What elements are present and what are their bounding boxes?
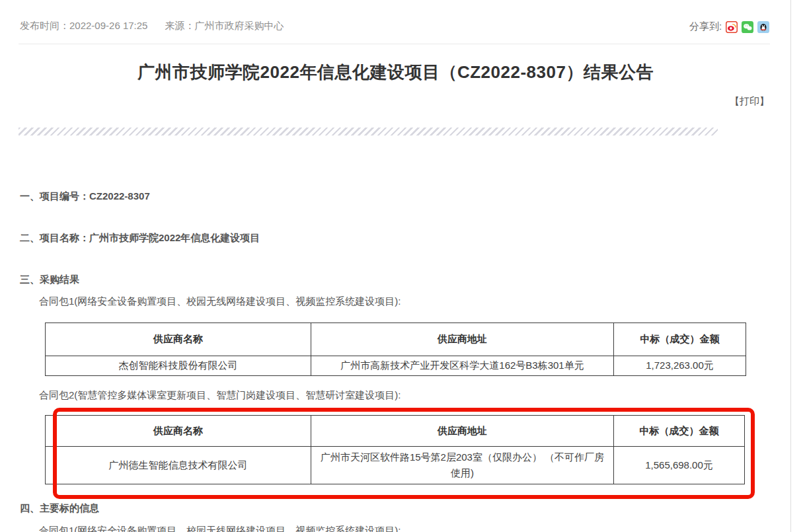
table-header-row: 供应商名称 供应商地址 中标（成交）金额 (46, 323, 746, 356)
header-award-amount: 中标（成交）金额 (614, 323, 746, 356)
section-main-subject-info: 四、主要标的信息 (20, 502, 99, 515)
qq-share-icon[interactable] (757, 21, 769, 33)
print-button[interactable]: 【打印】 (730, 95, 769, 108)
meta-divider (19, 44, 770, 44)
share-label: 分享到: (689, 20, 722, 33)
package2-table: 供应商名称 供应商地址 中标（成交）金额 广州德生智能信息技术有限公司 广州市天… (45, 415, 745, 484)
share-bar: 分享到: (689, 20, 769, 33)
cell-supplier-name: 杰创智能科技股份有限公司 (46, 356, 311, 376)
section-project-number: 一、项目编号：CZ2022-8307 (20, 190, 150, 203)
package2-label: 合同包2(智慧管控多媒体课室更新项目、智慧门岗建设项目、智慧研讨室建设项目): (39, 389, 401, 402)
hatched-divider (19, 128, 718, 135)
cell-award-amount: 1,723,263.00元 (614, 356, 746, 376)
source-label: 来源： (165, 20, 194, 31)
clipped-text-line: 合同包1(网络安全设备购置项目、校园无线网络建设项目、视频监控系统建设项目): (39, 525, 401, 532)
header-supplier-address: 供应商地址 (311, 323, 614, 356)
table-header-row: 供应商名称 供应商地址 中标（成交）金额 (46, 416, 745, 447)
cell-award-amount: 1,565,698.00元 (614, 447, 745, 484)
header-supplier-name: 供应商名称 (46, 323, 311, 356)
wechat-share-icon[interactable] (742, 21, 753, 33)
cell-supplier-address: 广州市高新技术产业开发区科学大道162号B3栋301单元 (311, 356, 614, 376)
package1-label: 合同包1(网络安全设备购置项目、校园无线网络建设项目、视频监控系统建设项目): (39, 295, 401, 308)
header-supplier-address: 供应商地址 (311, 416, 614, 447)
header-supplier-name: 供应商名称 (46, 416, 311, 447)
weibo-share-icon[interactable] (726, 21, 738, 33)
announcement-page: 发布时间：2022-09-26 17:25来源：广州市政府采购中心 分享到: (0, 0, 805, 532)
page-title: 广州市技师学院2022年信息化建设项目（CZ2022-8307）结果公告 (0, 61, 791, 84)
publish-time-value: 2022-09-26 17:25 (69, 20, 147, 31)
section-procurement-result: 三、采购结果 (20, 274, 79, 286)
source-value: 广州市政府采购中心 (194, 20, 284, 31)
table-row: 杰创智能科技股份有限公司 广州市高新技术产业开发区科学大道162号B3栋301单… (46, 356, 746, 376)
cell-supplier-address: 广州市天河区软件路15号第2层203室（仅限办公） （不可作厂房使用) (311, 447, 614, 484)
table-row: 广州德生智能信息技术有限公司 广州市天河区软件路15号第2层203室（仅限办公）… (46, 447, 745, 484)
section-project-name: 二、项目名称：广州市技师学院2022年信息化建设项目 (20, 232, 260, 245)
publish-time-label: 发布时间： (20, 20, 69, 31)
header-award-amount: 中标（成交）金额 (614, 416, 745, 447)
cell-supplier-name: 广州德生智能信息技术有限公司 (46, 447, 311, 484)
package1-table: 供应商名称 供应商地址 中标（成交）金额 杰创智能科技股份有限公司 广州市高新技… (45, 323, 746, 376)
page-right-border (790, 0, 791, 532)
meta-bar: 发布时间：2022-09-26 17:25来源：广州市政府采购中心 (20, 20, 284, 32)
